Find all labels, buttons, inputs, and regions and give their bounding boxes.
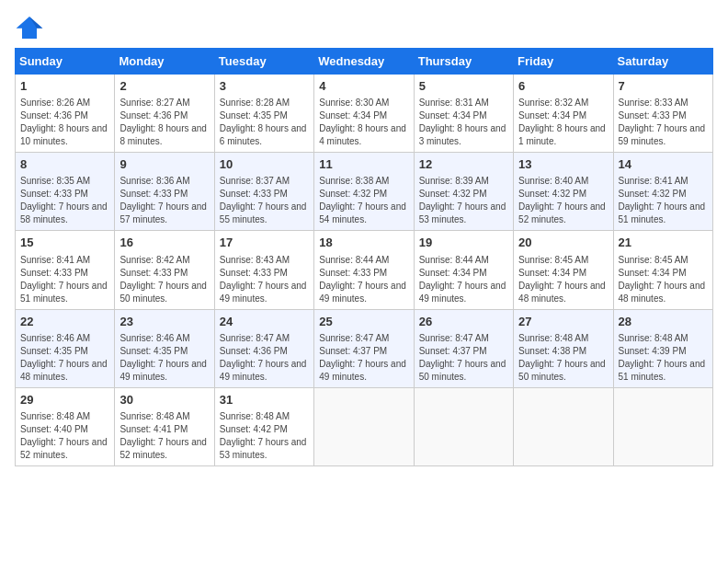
calendar-day-20: 20Sunrise: 8:45 AMSunset: 4:34 PMDayligh… xyxy=(514,231,613,309)
calendar-day-21: 21Sunrise: 8:45 AMSunset: 4:34 PMDayligh… xyxy=(613,231,712,309)
day-info-line: Daylight: 7 hours and 53 minutes. xyxy=(220,436,309,462)
calendar-day-14: 14Sunrise: 8:41 AMSunset: 4:32 PMDayligh… xyxy=(613,153,712,231)
day-info-line: Daylight: 7 hours and 49 minutes. xyxy=(319,358,408,384)
day-info-line: Daylight: 7 hours and 48 minutes. xyxy=(518,280,608,305)
day-number: 17 xyxy=(220,235,309,251)
day-info-line: Sunrise: 8:40 AM xyxy=(518,175,608,188)
day-number: 19 xyxy=(419,235,508,251)
day-info-line: Sunrise: 8:39 AM xyxy=(419,175,508,188)
day-info-line: Sunrise: 8:31 AM xyxy=(419,97,508,109)
calendar-week-row: 29Sunrise: 8:48 AMSunset: 4:40 PMDayligh… xyxy=(16,387,713,465)
day-info-line: Daylight: 7 hours and 50 minutes. xyxy=(518,358,608,384)
day-info-line: Sunset: 4:33 PM xyxy=(220,188,309,201)
day-info-line: Sunrise: 8:35 AM xyxy=(20,175,109,188)
day-info-line: Sunrise: 8:44 AM xyxy=(319,254,408,267)
day-info-line: Sunset: 4:33 PM xyxy=(220,267,309,280)
day-info-line: Daylight: 8 hours and 10 minutes. xyxy=(20,122,109,148)
calendar-week-row: 22Sunrise: 8:46 AMSunset: 4:35 PMDayligh… xyxy=(16,309,713,387)
day-info-line: Sunset: 4:40 PM xyxy=(20,423,109,436)
calendar-day-27: 27Sunrise: 8:48 AMSunset: 4:38 PMDayligh… xyxy=(514,309,613,387)
day-number: 22 xyxy=(20,314,109,330)
page-header xyxy=(15,15,713,40)
day-info-line: Sunset: 4:36 PM xyxy=(119,109,209,122)
calendar-day-13: 13Sunrise: 8:40 AMSunset: 4:32 PMDayligh… xyxy=(514,153,613,231)
day-info-line: Sunrise: 8:41 AM xyxy=(619,175,708,188)
day-info-line: Daylight: 7 hours and 52 minutes. xyxy=(20,436,109,462)
day-number: 5 xyxy=(419,78,508,95)
calendar-day-8: 8Sunrise: 8:35 AMSunset: 4:33 PMDaylight… xyxy=(16,153,115,231)
day-number: 13 xyxy=(518,156,608,173)
calendar-day-4: 4Sunrise: 8:30 AMSunset: 4:34 PMDaylight… xyxy=(314,75,414,153)
day-info-line: Sunrise: 8:46 AM xyxy=(20,332,109,345)
calendar-day-11: 11Sunrise: 8:38 AMSunset: 4:32 PMDayligh… xyxy=(314,153,414,231)
day-number: 20 xyxy=(518,235,608,251)
day-number: 16 xyxy=(119,235,209,251)
day-info-line: Sunset: 4:34 PM xyxy=(319,109,408,122)
day-info-line: Sunrise: 8:47 AM xyxy=(220,332,309,345)
day-info-line: Sunset: 4:34 PM xyxy=(419,267,508,280)
day-info-line: Sunset: 4:36 PM xyxy=(20,109,109,122)
day-info-line: Sunrise: 8:48 AM xyxy=(220,410,309,423)
header-day-thursday: Thursday xyxy=(414,49,513,75)
day-info-line: Daylight: 7 hours and 50 minutes. xyxy=(419,358,508,384)
day-info-line: Daylight: 7 hours and 51 minutes. xyxy=(20,280,109,305)
day-info-line: Sunrise: 8:38 AM xyxy=(319,175,408,188)
day-number: 31 xyxy=(220,392,309,408)
day-number: 2 xyxy=(119,78,209,95)
day-info-line: Sunset: 4:37 PM xyxy=(319,345,408,358)
day-number: 28 xyxy=(619,314,708,330)
calendar-day-12: 12Sunrise: 8:39 AMSunset: 4:32 PMDayligh… xyxy=(414,153,513,231)
day-info-line: Sunset: 4:35 PM xyxy=(20,345,109,358)
calendar-day-3: 3Sunrise: 8:28 AMSunset: 4:35 PMDaylight… xyxy=(214,75,313,153)
day-info-line: Sunrise: 8:37 AM xyxy=(220,175,309,188)
day-info-line: Daylight: 7 hours and 50 minutes. xyxy=(119,280,209,305)
day-info-line: Daylight: 7 hours and 48 minutes. xyxy=(20,358,109,384)
empty-cell xyxy=(613,387,712,465)
calendar-day-7: 7Sunrise: 8:33 AMSunset: 4:33 PMDaylight… xyxy=(613,75,712,153)
day-number: 23 xyxy=(119,314,209,330)
day-info-line: Sunset: 4:34 PM xyxy=(619,267,708,280)
day-info-line: Sunrise: 8:44 AM xyxy=(419,254,508,267)
day-info-line: Sunrise: 8:47 AM xyxy=(319,332,408,345)
day-info-line: Sunset: 4:34 PM xyxy=(419,109,508,122)
calendar-day-15: 15Sunrise: 8:41 AMSunset: 4:33 PMDayligh… xyxy=(16,231,115,309)
day-info-line: Daylight: 7 hours and 49 minutes. xyxy=(119,358,209,384)
day-info-line: Sunrise: 8:47 AM xyxy=(419,332,508,345)
calendar-week-row: 1Sunrise: 8:26 AMSunset: 4:36 PMDaylight… xyxy=(16,75,713,153)
day-info-line: Daylight: 7 hours and 49 minutes. xyxy=(220,358,309,384)
day-info-line: Sunrise: 8:48 AM xyxy=(619,332,708,345)
day-info-line: Sunset: 4:35 PM xyxy=(119,345,209,358)
empty-cell xyxy=(514,387,613,465)
day-info-line: Sunset: 4:41 PM xyxy=(119,423,209,436)
day-info-line: Sunrise: 8:42 AM xyxy=(119,254,209,267)
day-number: 11 xyxy=(319,156,408,173)
calendar-day-29: 29Sunrise: 8:48 AMSunset: 4:40 PMDayligh… xyxy=(16,387,115,465)
day-number: 21 xyxy=(619,235,708,251)
day-info-line: Daylight: 7 hours and 51 minutes. xyxy=(619,358,708,384)
day-info-line: Sunrise: 8:48 AM xyxy=(20,410,109,423)
day-info-line: Sunset: 4:33 PM xyxy=(20,188,109,201)
calendar-day-9: 9Sunrise: 8:36 AMSunset: 4:33 PMDaylight… xyxy=(115,153,214,231)
day-info-line: Sunrise: 8:30 AM xyxy=(319,97,408,109)
day-info-line: Sunrise: 8:48 AM xyxy=(119,410,209,423)
header-row: SundayMondayTuesdayWednesdayThursdayFrid… xyxy=(16,49,713,75)
calendar-week-row: 15Sunrise: 8:41 AMSunset: 4:33 PMDayligh… xyxy=(16,231,713,309)
day-number: 10 xyxy=(220,156,309,173)
day-info-line: Sunset: 4:33 PM xyxy=(20,267,109,280)
day-number: 12 xyxy=(419,156,508,173)
day-number: 30 xyxy=(119,392,209,408)
day-number: 14 xyxy=(619,156,708,173)
day-number: 8 xyxy=(20,156,109,173)
day-number: 3 xyxy=(220,78,309,95)
day-info-line: Daylight: 7 hours and 57 minutes. xyxy=(119,201,209,226)
day-info-line: Daylight: 7 hours and 48 minutes. xyxy=(619,280,708,305)
empty-cell xyxy=(414,387,513,465)
day-number: 9 xyxy=(119,156,209,173)
day-number: 27 xyxy=(518,314,608,330)
day-info-line: Sunset: 4:36 PM xyxy=(220,345,309,358)
header-day-saturday: Saturday xyxy=(613,49,712,75)
calendar-day-5: 5Sunrise: 8:31 AMSunset: 4:34 PMDaylight… xyxy=(414,75,513,153)
calendar-day-17: 17Sunrise: 8:43 AMSunset: 4:33 PMDayligh… xyxy=(214,231,313,309)
calendar-day-24: 24Sunrise: 8:47 AMSunset: 4:36 PMDayligh… xyxy=(214,309,313,387)
header-day-sunday: Sunday xyxy=(16,49,115,75)
